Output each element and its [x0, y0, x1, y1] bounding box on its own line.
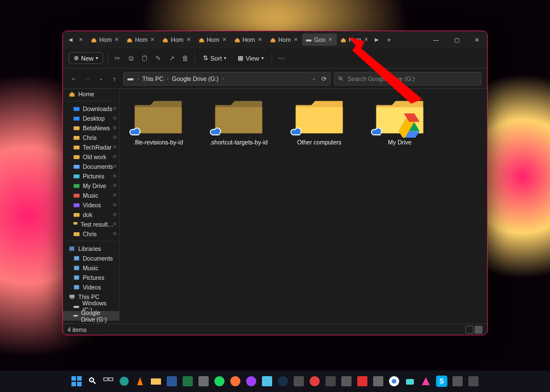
close-icon[interactable]: ✕	[363, 37, 369, 42]
steam-icon[interactable]	[276, 374, 290, 388]
tab-home-6[interactable]: Hom ✕	[266, 33, 302, 46]
rename-icon[interactable]: ✎	[154, 54, 163, 63]
edge-icon[interactable]	[117, 374, 131, 388]
new-tab-button[interactable]: ＋	[381, 35, 397, 45]
close-icon[interactable]: ✕	[328, 37, 333, 42]
app-icon[interactable]	[197, 374, 210, 388]
excel-icon[interactable]	[181, 374, 194, 388]
skype-icon[interactable]: S	[435, 374, 449, 388]
breadcrumb-root[interactable]: This PC	[142, 75, 163, 82]
details-view-toggle[interactable]	[466, 326, 473, 334]
word-icon[interactable]	[165, 374, 179, 388]
sidebar-quick-item[interactable]: dok⊙	[63, 210, 119, 219]
sidebar-library-item[interactable]: Music	[63, 263, 119, 272]
share-icon[interactable]: ↗	[167, 54, 176, 63]
sidebar-quick-item[interactable]: Documents⊙	[63, 161, 119, 171]
chrome-icon[interactable]	[387, 374, 401, 388]
sidebar-quick-item[interactable]: BetaNews⊙	[63, 123, 119, 133]
sidebar-quick-item[interactable]: Chris⊙	[63, 133, 119, 142]
task-view-icon[interactable]	[101, 374, 115, 388]
spotify-icon[interactable]	[213, 374, 226, 388]
firefox-icon[interactable]	[229, 374, 242, 388]
app4-icon[interactable]	[324, 374, 337, 388]
maximize-button[interactable]: ▢	[446, 31, 467, 48]
view-button[interactable]: ▦ View ▾	[234, 53, 267, 63]
sidebar-quick-item[interactable]: My Drive⊙	[63, 181, 119, 190]
chevron-down-icon[interactable]: ⌄	[312, 76, 316, 81]
sidebar-quick-item[interactable]: Videos⊙	[63, 200, 119, 210]
tab-home-2[interactable]: Hom ✕	[123, 33, 159, 46]
close-icon[interactable]: ✕	[114, 37, 120, 42]
copy-icon[interactable]: ⧉	[126, 54, 136, 63]
search-input[interactable]: 🔍︎ Search Google Drive (G:)	[334, 72, 481, 86]
affinity-icon[interactable]	[419, 374, 433, 388]
camera-icon[interactable]	[403, 374, 417, 388]
tab-scroll-left[interactable]: ◀	[66, 37, 75, 42]
vlc-icon[interactable]	[133, 374, 147, 388]
close-icon[interactable]: ✕	[150, 37, 155, 42]
sidebar-quick-item[interactable]: Test results July 2022⊙	[63, 219, 119, 229]
up-button[interactable]: ↑	[109, 74, 120, 84]
close-window-button[interactable]: ✕	[467, 31, 487, 48]
file-pane[interactable]: .file-revisions-by-id.shortcut-targets-b…	[120, 89, 487, 323]
sidebar-label: Documents	[83, 255, 113, 262]
close-icon[interactable]: ✕	[222, 37, 227, 42]
sidebar-library-item[interactable]: Videos	[63, 282, 119, 292]
delete-icon[interactable]: 🗑︎	[181, 54, 190, 63]
sidebar-quick-item[interactable]: Music⊙	[63, 190, 119, 200]
app7-icon[interactable]	[467, 374, 480, 388]
ccleaner-icon[interactable]	[356, 374, 369, 388]
cut-icon[interactable]: ✂	[113, 54, 122, 63]
sidebar-library-item[interactable]: Pictures	[63, 272, 119, 282]
paste-icon[interactable]: 📋︎	[140, 54, 149, 63]
sidebar-network[interactable]: Network	[63, 321, 119, 323]
icons-view-toggle[interactable]	[475, 326, 483, 334]
sidebar-quick-item[interactable]: Downloads⊙	[63, 104, 119, 113]
close-icon[interactable]: ✕	[293, 37, 299, 42]
minimize-button[interactable]: —	[426, 31, 446, 48]
folder-item[interactable]: Other computers	[287, 96, 351, 146]
folder-item[interactable]: My Drive	[368, 96, 431, 146]
breadcrumb-current[interactable]: Google Drive (G:)	[172, 75, 218, 82]
tab-home-5[interactable]: Hom ✕	[231, 33, 266, 46]
more-icon[interactable]: ⋯	[277, 54, 286, 63]
app6-icon[interactable]	[371, 374, 385, 388]
sidebar-libraries[interactable]: Libraries	[63, 244, 119, 253]
sort-button[interactable]: ⇅ Sort ▾	[200, 53, 230, 63]
search-taskbar-icon[interactable]: 🔍︎	[86, 374, 99, 388]
sidebar-quick-item[interactable]: Chris⊙	[63, 229, 119, 238]
explorer-taskbar-icon[interactable]	[149, 374, 163, 388]
sidebar-home[interactable]: Home	[63, 89, 119, 99]
sidebar-quick-item[interactable]: Old work⊙	[63, 152, 119, 161]
app3-icon[interactable]	[308, 374, 321, 388]
recent-chevron-icon[interactable]: ⌄	[96, 74, 106, 84]
back-button[interactable]: ←	[69, 74, 79, 84]
tab-scroll-right[interactable]: ▶	[373, 37, 381, 42]
tab-close-leading[interactable]: ✕	[75, 33, 87, 46]
sidebar-library-item[interactable]: Documents	[63, 253, 119, 263]
sidebar-quick-item[interactable]: Pictures⊙	[63, 171, 119, 181]
sidebar-quick-item[interactable]: Desktop⊙	[63, 113, 119, 123]
app5-icon[interactable]	[340, 374, 353, 388]
tab-home-3[interactable]: Hom ✕	[159, 33, 194, 46]
folder-item[interactable]: .file-revisions-by-id	[126, 96, 190, 146]
tab-home-1[interactable]: Hom ✕	[87, 33, 123, 46]
tab-home-7[interactable]: Hom ✕	[337, 33, 373, 46]
start-button[interactable]	[70, 374, 83, 388]
sidebar-quick-item[interactable]: TechRadar⊙	[63, 142, 119, 152]
app2-icon[interactable]	[292, 374, 306, 388]
tab-home-4[interactable]: Hom ✕	[195, 33, 231, 46]
notepad-icon[interactable]	[260, 374, 274, 388]
refresh-icon[interactable]: ⟳	[321, 75, 327, 82]
forward-button[interactable]: →	[82, 74, 92, 84]
close-icon[interactable]: ✕	[257, 37, 263, 42]
messenger-icon[interactable]	[244, 374, 258, 388]
library-icon	[73, 284, 80, 291]
snip-icon[interactable]	[451, 374, 464, 388]
address-bar[interactable]: › This PC › Google Drive (G:) › ⌄ ⟳	[123, 72, 331, 86]
sidebar-drive-item[interactable]: Google Drive (G:)	[63, 311, 119, 321]
tab-google-drive[interactable]: Goo ✕	[302, 33, 337, 46]
folder-item[interactable]: .shortcut-targets-by-id	[207, 96, 270, 146]
new-button[interactable]: ⊕ New ▾	[69, 52, 103, 64]
close-icon[interactable]: ✕	[186, 37, 192, 42]
